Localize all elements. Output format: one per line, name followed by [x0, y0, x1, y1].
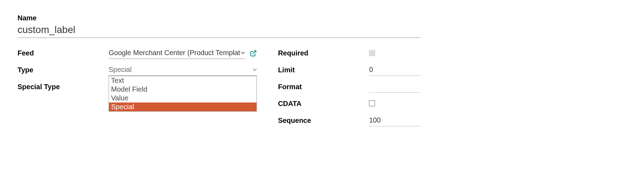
type-option-text[interactable]: Text [109, 76, 256, 85]
caret-down-icon [241, 52, 245, 54]
type-option-model-field[interactable]: Model Field [109, 85, 256, 94]
cdata-checkbox[interactable] [369, 100, 375, 106]
limit-row: Limit [278, 65, 420, 76]
feed-row: Feed Google Merchant Center (Product Tem… [18, 48, 257, 59]
type-select[interactable]: Special [109, 65, 257, 76]
form-container: Name Feed Google Merchant Center (Produc… [18, 14, 420, 132]
required-row: Required [278, 48, 420, 59]
limit-input[interactable] [369, 65, 420, 76]
cdata-row: CDATA [278, 98, 420, 110]
sequence-label: Sequence [278, 115, 369, 125]
name-field-group: Name [18, 14, 420, 38]
required-checkbox [369, 50, 375, 56]
external-link-icon[interactable] [250, 50, 257, 57]
sequence-input[interactable] [369, 115, 420, 126]
limit-label: Limit [278, 65, 369, 74]
name-label: Name [18, 14, 420, 22]
svg-line-0 [253, 51, 256, 54]
type-dropdown: Text Model Field Value Special [109, 76, 257, 112]
left-column: Feed Google Merchant Center (Product Tem… [18, 48, 257, 132]
required-label: Required [278, 48, 369, 57]
feed-label: Feed [18, 48, 109, 57]
type-label: Type [18, 65, 109, 74]
type-option-special[interactable]: Special [109, 102, 256, 111]
caret-down-icon [253, 68, 257, 71]
format-label: Format [278, 81, 369, 91]
format-input[interactable] [369, 81, 420, 93]
feed-select[interactable]: Google Merchant Center (Product Templat [109, 48, 245, 59]
feed-value: Google Merchant Center (Product Templat [109, 49, 240, 57]
sequence-row: Sequence [278, 115, 420, 126]
type-option-value[interactable]: Value [109, 94, 256, 102]
type-value: Special [109, 66, 132, 74]
form-columns: Feed Google Merchant Center (Product Tem… [18, 48, 420, 132]
special-type-label: Special Type [18, 81, 109, 91]
name-input[interactable] [18, 24, 420, 38]
type-row: Type Special Text Model Field Value Spec… [18, 65, 257, 76]
cdata-label: CDATA [278, 98, 369, 108]
right-column: Required Limit Format CDATA [278, 48, 420, 132]
format-row: Format [278, 81, 420, 93]
